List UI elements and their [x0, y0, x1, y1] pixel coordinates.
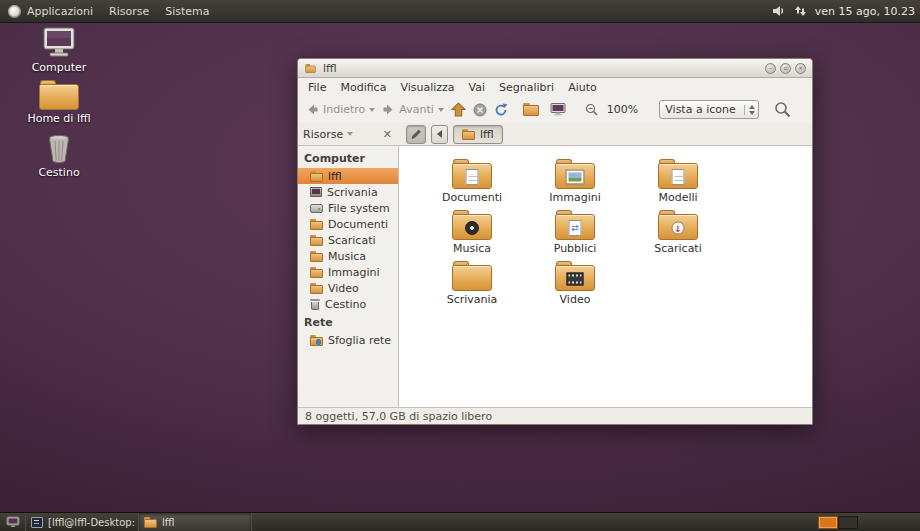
- places-sidebar: Computer lffl Scrivania File system Docu…: [298, 146, 399, 407]
- status-text: 8 oggetti, 57,0 GB di spazio libero: [305, 410, 492, 423]
- sidebar-item-documenti[interactable]: Documenti: [298, 216, 398, 232]
- sidebar-item-file-system[interactable]: File system: [298, 200, 398, 216]
- sidebar-item-scaricati[interactable]: Scaricati: [298, 232, 398, 248]
- computer-button[interactable]: [550, 103, 566, 116]
- side-pane-close-icon[interactable]: ✕: [381, 128, 394, 141]
- desktop-icon-trash[interactable]: Cestino: [23, 134, 95, 180]
- stop-button[interactable]: [473, 103, 487, 117]
- desktop-icon: [310, 187, 322, 197]
- menu-view[interactable]: Visualizza: [393, 81, 461, 94]
- titlebar[interactable]: lffl – ▫ ×: [298, 59, 812, 78]
- location-bar: Risorse ✕ lffl: [298, 123, 812, 146]
- menu-file[interactable]: File: [301, 81, 333, 94]
- top-panel: Applicazioni Risorse Sistema ven 15 ago,…: [0, 0, 920, 23]
- file-scaricati[interactable]: Scaricati: [630, 210, 726, 261]
- distributor-logo-icon: [8, 5, 21, 18]
- file-scrivania[interactable]: Scrivania: [424, 261, 520, 312]
- file-video[interactable]: Video: [527, 261, 623, 312]
- system-menu[interactable]: Sistema: [157, 0, 217, 22]
- sidebar-item-lffl[interactable]: lffl: [298, 168, 398, 184]
- folder-music-icon: [452, 210, 492, 240]
- workspace-2[interactable]: [838, 516, 858, 529]
- forward-arrow-icon: [382, 103, 395, 116]
- desktop-icon-label: Cestino: [38, 167, 79, 180]
- file-pubblici[interactable]: Pubblici: [527, 210, 623, 261]
- zoom-out-button[interactable]: [585, 103, 598, 116]
- computer-icon: [40, 27, 78, 59]
- network-updown-icon[interactable]: [794, 5, 807, 17]
- menu-go[interactable]: Vai: [462, 81, 492, 94]
- home-button[interactable]: [523, 103, 539, 116]
- sidebar-item-video[interactable]: Video: [298, 280, 398, 296]
- search-button[interactable]: [774, 101, 791, 118]
- desktop-icon-label: Computer: [32, 62, 87, 75]
- forward-history-caret: [438, 108, 444, 112]
- menu-label: Applicazioni: [27, 5, 93, 18]
- applications-menu[interactable]: Applicazioni: [0, 0, 101, 22]
- workspace-switcher: [818, 513, 858, 531]
- drive-icon: [310, 204, 323, 213]
- terminal-icon: [31, 517, 43, 528]
- reload-button[interactable]: [494, 103, 508, 117]
- edit-location-button[interactable]: [406, 125, 426, 144]
- file-immagini[interactable]: Immagini: [527, 159, 623, 210]
- back-history-caret: [369, 108, 375, 112]
- sidebar-item-musica[interactable]: Musica: [298, 248, 398, 264]
- menu-label: Risorse: [109, 5, 149, 18]
- menu-help[interactable]: Aiuto: [561, 81, 604, 94]
- sidebar-header-rete: Rete: [298, 312, 398, 332]
- view-mode-spinner: [744, 105, 755, 115]
- maximize-button[interactable]: ▫: [780, 63, 791, 74]
- menu-edit[interactable]: Modifica: [333, 81, 393, 94]
- network-folder-icon: [310, 335, 323, 346]
- clock-applet[interactable]: ven 15 ago, 10.23: [815, 5, 915, 18]
- folder-templates-icon: [658, 159, 698, 189]
- folder-videos-icon: [555, 261, 595, 291]
- path-bar: lffl: [399, 125, 812, 144]
- folder-icon: [310, 267, 323, 278]
- breadcrumb-lffl[interactable]: lffl: [453, 125, 503, 144]
- sidebar-item-sfoglia-rete[interactable]: Sfoglia rete: [298, 332, 398, 348]
- close-button[interactable]: ×: [795, 63, 806, 74]
- path-scroll-left-button[interactable]: [431, 125, 448, 144]
- menu-label: Sistema: [165, 5, 209, 18]
- folder-icon: [144, 517, 157, 528]
- taskbar-item-lffl[interactable]: lffl: [139, 513, 252, 531]
- zoom-level[interactable]: 100%: [607, 103, 638, 116]
- file-documenti[interactable]: Documenti: [424, 159, 520, 210]
- folder-desktop-icon: [452, 261, 492, 291]
- up-button[interactable]: [451, 102, 466, 117]
- window-controls: – ▫ ×: [765, 63, 806, 74]
- sidebar-header-computer: Computer: [298, 148, 398, 168]
- menu-bookmarks[interactable]: Segnalibri: [492, 81, 561, 94]
- side-pane-selector[interactable]: Risorse: [303, 128, 353, 141]
- workspace-1[interactable]: [818, 516, 838, 529]
- file-manager-window: lffl – ▫ × File Modifica Visualizza Vai …: [297, 58, 813, 425]
- volume-icon[interactable]: [772, 5, 786, 17]
- minimize-button[interactable]: –: [765, 63, 776, 74]
- sidebar-item-immagini[interactable]: Immagini: [298, 264, 398, 280]
- panel-indicators: ven 15 ago, 10.23: [772, 0, 920, 22]
- taskbar-item-terminal[interactable]: [lffl@lffl-Desktop: ~]: [26, 513, 139, 531]
- view-mode-select[interactable]: Vista a icone: [659, 100, 759, 119]
- window-content: Computer lffl Scrivania File system Docu…: [298, 146, 812, 407]
- desktop-icon-label: Home di lffl: [27, 113, 90, 126]
- status-bar: 8 oggetti, 57,0 GB di spazio libero: [298, 407, 812, 424]
- show-desktop-button[interactable]: [0, 513, 26, 531]
- show-desktop-icon: [6, 516, 20, 528]
- trash-icon: [310, 299, 320, 310]
- chevron-down-icon: [347, 132, 353, 136]
- back-button[interactable]: Indietro: [306, 103, 375, 116]
- desktop-icon-computer[interactable]: Computer: [23, 27, 95, 75]
- desktop-icon-home[interactable]: Home di lffl: [23, 80, 95, 126]
- folder-icon: [310, 219, 323, 230]
- sidebar-item-scrivania[interactable]: Scrivania: [298, 184, 398, 200]
- file-musica[interactable]: Musica: [424, 210, 520, 261]
- folder-documents-icon: [452, 159, 492, 189]
- trash-icon: [47, 134, 71, 164]
- file-modelli[interactable]: Modelli: [630, 159, 726, 210]
- sidebar-item-cestino[interactable]: Cestino: [298, 296, 398, 312]
- places-menu[interactable]: Risorse: [101, 0, 157, 22]
- menubar: File Modifica Visualizza Vai Segnalibri …: [298, 78, 812, 96]
- forward-button[interactable]: Avanti: [382, 103, 443, 116]
